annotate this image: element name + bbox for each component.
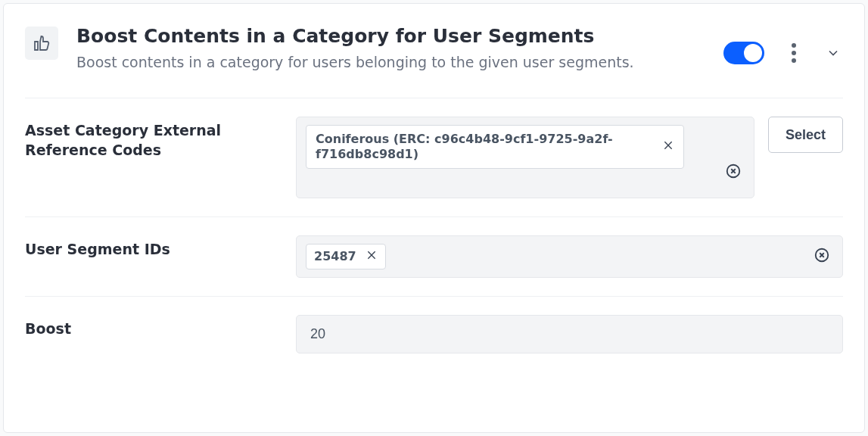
remove-chip-icon[interactable] (662, 139, 674, 154)
thumbs-up-icon (25, 26, 58, 60)
boost-input[interactable] (296, 315, 843, 353)
asset-category-label: Asset Category External Reference Codes (25, 117, 275, 160)
clear-field-icon[interactable] (814, 247, 830, 266)
chip-label: Coniferous (ERC: c96c4b48-9cf1-9725-9a2f… (316, 132, 653, 162)
header-text: Boost Contents in a Category for User Se… (76, 25, 636, 73)
card-title: Boost Contents in a Category for User Se… (76, 25, 636, 47)
card-header: Boost Contents in a Category for User Se… (25, 25, 843, 98)
select-button[interactable]: Select (768, 117, 843, 153)
boost-label: Boost (25, 315, 275, 339)
field-asset-category: Asset Category External Reference Codes … (25, 98, 843, 217)
settings-card: Boost Contents in a Category for User Se… (3, 3, 865, 433)
asset-category-chip: Coniferous (ERC: c96c4b48-9cf1-9725-9a2f… (306, 125, 684, 169)
enable-toggle[interactable] (723, 42, 764, 64)
user-segments-tagbox[interactable]: 25487 (296, 235, 843, 278)
kebab-menu-icon[interactable] (787, 39, 801, 67)
user-segment-chip: 25487 (306, 244, 386, 269)
card-description: Boost contents in a category for users b… (76, 51, 636, 73)
remove-chip-icon[interactable] (366, 249, 378, 264)
clear-field-icon[interactable] (725, 163, 742, 182)
asset-category-tagbox[interactable]: Coniferous (ERC: c96c4b48-9cf1-9725-9a2f… (296, 117, 754, 198)
chevron-down-icon[interactable] (823, 43, 843, 63)
chip-label: 25487 (314, 249, 356, 264)
field-boost: Boost (25, 297, 843, 357)
field-user-segments: User Segment IDs 25487 (25, 217, 843, 297)
user-segments-label: User Segment IDs (25, 235, 275, 260)
